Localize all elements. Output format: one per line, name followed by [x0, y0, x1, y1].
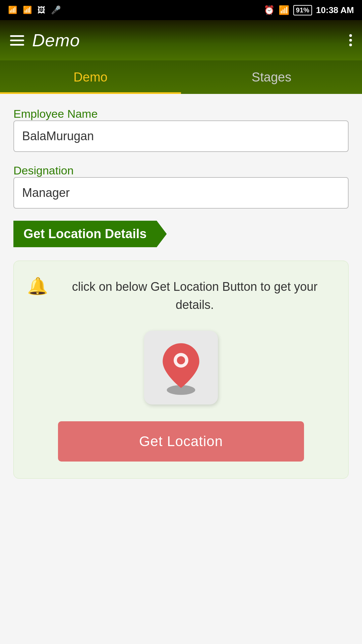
- location-section-header: Get Location Details: [13, 221, 167, 247]
- employee-name-label: Employee Name: [13, 107, 98, 120]
- app-bar-left: Demo: [10, 30, 80, 50]
- status-bar: 📶 📶 🖼 🎤 ⏰ 📶 91% 10:38 AM: [0, 0, 362, 20]
- tab-stages[interactable]: Stages: [181, 60, 362, 94]
- svg-point-2: [177, 356, 185, 364]
- location-notice: 🔔 click on below Get Location Button to …: [27, 278, 335, 314]
- map-pin-icon: [156, 339, 206, 396]
- tab-demo[interactable]: Demo: [0, 60, 181, 94]
- bell-icon: 🔔: [27, 278, 48, 294]
- status-bar-left: 📶 📶 🖼 🎤: [8, 5, 61, 15]
- mute-icon: 🎤: [51, 5, 61, 15]
- app-bar: Demo: [0, 20, 362, 60]
- gallery-icon: 🖼: [38, 5, 46, 15]
- app-title: Demo: [32, 30, 80, 50]
- status-bar-right: ⏰ 📶 91% 10:38 AM: [264, 5, 354, 15]
- designation-label: Designation: [13, 164, 74, 177]
- hamburger-menu-icon[interactable]: [10, 35, 24, 46]
- more-options-icon[interactable]: [349, 34, 352, 46]
- main-content: Employee Name Designation Get Location D…: [0, 94, 362, 644]
- map-pin-container: [144, 331, 218, 405]
- battery-indicator: 91%: [293, 5, 312, 15]
- alarm-icon: ⏰: [264, 5, 275, 15]
- designation-input[interactable]: [13, 177, 349, 209]
- location-card: 🔔 click on below Get Location Button to …: [13, 261, 349, 479]
- get-location-button[interactable]: Get Location: [58, 421, 304, 462]
- signal-icon-2: 📶: [23, 6, 32, 14]
- employee-name-input[interactable]: [13, 120, 349, 152]
- notice-text: click on below Get Location Button to ge…: [55, 278, 335, 314]
- tab-bar: Demo Stages: [0, 60, 362, 94]
- wifi-icon: 📶: [279, 5, 289, 15]
- signal-icon-1: 📶: [8, 6, 17, 14]
- clock-time: 10:38 AM: [316, 5, 354, 15]
